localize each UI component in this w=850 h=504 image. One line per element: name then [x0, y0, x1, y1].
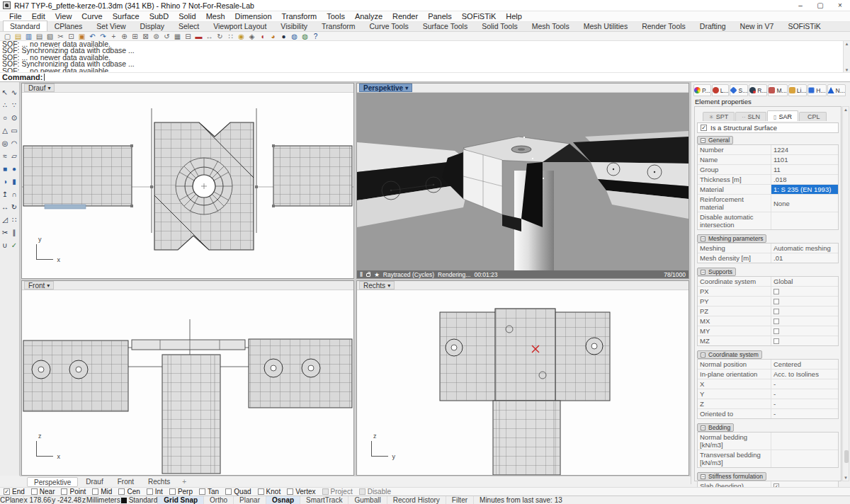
panel-tab[interactable]: M... — [768, 84, 787, 96]
side-toolbar-icon[interactable]: ◑ — [1, 177, 10, 186]
property-value[interactable]: .018 — [771, 175, 838, 184]
property-checkbox[interactable] — [774, 328, 779, 334]
viewport-menu-icon[interactable]: ▾ — [47, 282, 50, 289]
property-row[interactable]: MY — [698, 326, 838, 336]
property-value[interactable]: - — [771, 399, 838, 408]
section-header[interactable]: − Meshing parameters — [697, 234, 766, 243]
toolbar-icon[interactable]: ⊟ — [183, 32, 193, 41]
side-toolbar-icon[interactable]: ≈ — [1, 151, 10, 161]
toolbar-icon[interactable]: ↶ — [88, 32, 97, 41]
viewport-menu-icon[interactable]: ▾ — [47, 85, 50, 91]
viewport-menu-icon[interactable]: ▾ — [405, 85, 408, 91]
side-toolbar-icon[interactable]: ∩ — [10, 190, 19, 199]
toolbar-icon[interactable]: ◍ — [300, 32, 310, 41]
side-toolbar-icon[interactable]: ↥ — [1, 190, 10, 199]
toolbar-icon[interactable]: ▦ — [173, 32, 182, 41]
toolbar-icon[interactable]: ◉ — [237, 32, 246, 41]
property-row[interactable]: Z - — [698, 399, 838, 409]
toolbar-icon[interactable]: ▣ — [77, 32, 86, 41]
toolbar-tab[interactable]: Visibility — [273, 21, 314, 31]
osnap-checkbox[interactable] — [359, 488, 366, 495]
osnap-toggle[interactable]: Point — [61, 488, 86, 496]
command-history[interactable]: SOF: ... no newer data available.SOF: Sy… — [0, 41, 850, 73]
viewport-tab[interactable]: Rechts — [142, 477, 176, 487]
osnap-toggle[interactable]: Quad — [225, 488, 251, 496]
property-value[interactable] — [771, 287, 838, 296]
toolbar-icon[interactable]: ↺ — [162, 32, 171, 41]
toolbar-tab[interactable]: Surface Tools — [416, 21, 475, 31]
osnap-toggle[interactable]: End — [4, 488, 25, 496]
toolbar-icon[interactable]: ● — [279, 32, 288, 41]
property-row[interactable]: Transversal bedding [kN/m3] — [698, 450, 838, 467]
element-tab[interactable]: ·· SLN — [735, 112, 766, 121]
element-tab[interactable]: ▯ SAR — [767, 110, 798, 121]
panel-tab[interactable]: H... — [808, 84, 826, 96]
status-cell[interactable]: CPlane — [0, 496, 24, 504]
property-value[interactable] — [771, 336, 838, 345]
status-cell[interactable]: Standard — [121, 496, 159, 504]
osnap-toggle[interactable]: Tan — [199, 488, 219, 496]
osnap-checkbox[interactable] — [147, 488, 153, 495]
property-row[interactable]: MZ — [698, 336, 838, 345]
toolbar-icon[interactable]: ◍ — [290, 32, 299, 41]
toolbar-tab[interactable]: Select — [171, 21, 206, 31]
property-row[interactable]: X - — [698, 379, 838, 389]
property-value[interactable] — [771, 297, 838, 306]
property-value[interactable]: 11 — [771, 165, 838, 174]
status-toggle[interactable]: Ortho — [204, 496, 234, 504]
toolbar-icon[interactable]: ◈ — [247, 32, 256, 41]
toolbar-icon[interactable]: ? — [311, 32, 320, 41]
osnap-toggle[interactable]: Mid — [92, 488, 112, 496]
viewport-rechts-title[interactable]: Rechts ▾ — [359, 281, 395, 290]
toolbar-icon[interactable]: ▬ — [194, 32, 203, 41]
section-header[interactable]: − Stiffness formulation — [697, 472, 766, 481]
menu-item[interactable]: Mesh — [201, 12, 230, 21]
status-toggle[interactable]: Planar — [234, 496, 266, 504]
toolbar-icon[interactable]: ▤ — [13, 32, 23, 41]
toolbar-icon[interactable]: ↷ — [98, 32, 108, 41]
panel-tab[interactable]: N... — [827, 84, 846, 96]
property-row[interactable]: In-plane orientation Acc. to Isolines — [698, 370, 838, 379]
viewport-tab[interactable]: Perspektive — [27, 477, 78, 487]
property-row[interactable]: Group 11 — [698, 165, 838, 175]
property-value[interactable]: - — [771, 409, 838, 418]
side-toolbar-icon[interactable]: △ — [1, 126, 10, 135]
panel-tab[interactable]: R... — [749, 84, 767, 96]
element-tab[interactable]: CPL — [799, 112, 827, 121]
osnap-toggle[interactable]: Vertex — [287, 488, 315, 496]
property-checkbox[interactable] — [774, 309, 779, 314]
property-row[interactable]: MX — [698, 316, 838, 326]
menu-item[interactable]: SubD — [144, 12, 174, 21]
collapse-icon[interactable]: − — [701, 474, 706, 479]
perspektive-canvas[interactable] — [357, 93, 688, 271]
panel-tab[interactable]: Li... — [788, 84, 808, 96]
panel-tab[interactable]: P... — [693, 84, 711, 96]
side-toolbar-icon[interactable]: ∥ — [10, 228, 19, 237]
scroll-up-icon[interactable]: ▲ — [845, 41, 849, 47]
side-toolbar-icon[interactable]: ◎ — [1, 139, 10, 148]
osnap-toggle[interactable]: Disable — [359, 488, 391, 496]
property-checkbox[interactable] — [774, 319, 779, 324]
viewport-front[interactable]: Front ▾ — [21, 280, 354, 476]
toolbar-icon[interactable]: ⊡ — [67, 32, 76, 41]
toolbar-icon[interactable]: ▤ — [35, 32, 44, 41]
property-row[interactable]: Normal position Centered — [698, 360, 838, 370]
collapse-icon[interactable]: − — [701, 425, 706, 430]
toolbar-icon[interactable]: ◖ — [258, 32, 267, 41]
toolbar-tab[interactable]: Mesh Utilities — [577, 21, 635, 31]
structural-surface-checkbox[interactable]: ✓ — [701, 125, 707, 131]
property-checkbox[interactable] — [774, 299, 779, 304]
side-toolbar-icon[interactable]: ○ — [1, 113, 10, 122]
side-toolbar-icon[interactable]: ▮ — [10, 177, 19, 186]
property-row[interactable]: Oriented to - — [698, 409, 838, 418]
property-value[interactable]: Acc. to Isolines — [771, 370, 838, 379]
viewport-perspektive-title[interactable]: Perspektive ▾ — [359, 84, 412, 92]
toolbar-icon[interactable]: ⊜ — [152, 32, 161, 41]
toolbar-icon[interactable]: ◕ — [268, 32, 278, 41]
side-toolbar-icon[interactable]: ↖ — [1, 88, 10, 97]
section-header[interactable]: − General — [697, 136, 733, 144]
collapse-icon[interactable]: − — [701, 138, 706, 143]
menu-item[interactable]: Dimension — [230, 12, 277, 21]
panel-scroll-thumb[interactable] — [844, 450, 849, 463]
property-row[interactable]: Name 1101 — [698, 155, 838, 165]
